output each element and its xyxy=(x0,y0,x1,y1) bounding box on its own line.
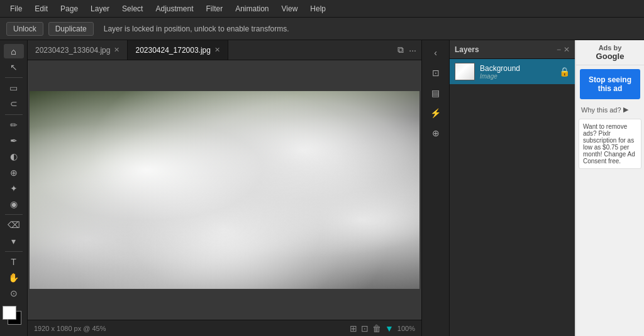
why-this-ad[interactable]: Why this ad? ▶ xyxy=(576,103,644,116)
tool-move[interactable]: ⌂ xyxy=(4,44,24,58)
tool-separator-2 xyxy=(5,114,23,115)
layers-icon[interactable]: ⊞ xyxy=(350,323,357,333)
rt-crop-icon[interactable]: ⊡ xyxy=(426,64,446,82)
menu-file[interactable]: File xyxy=(5,3,27,14)
stop-seeing-button[interactable]: Stop seeing this ad xyxy=(580,69,640,99)
delete-icon[interactable]: 🗑 xyxy=(372,323,381,333)
tool-zoom[interactable]: ⊙ xyxy=(4,286,24,301)
tab-1-close[interactable]: ✕ xyxy=(214,46,220,54)
left-toolbar: ⌂ ↖ ▭ ⊂ ✏ ✒ ◐ ⊕ ✦ ◉ ⌫ ▾ T ✋ ⊙ xyxy=(0,40,28,336)
tab-0[interactable]: 20230423_133604.jpg ✕ xyxy=(28,40,128,60)
statusbar-right: ⊞ ⊡ 🗑 ▼ 100% xyxy=(350,323,415,333)
canvas-content xyxy=(30,91,419,289)
lock-message: Layer is locked in position, unlock to e… xyxy=(104,24,289,33)
rt-back-icon[interactable]: ‹ xyxy=(426,44,446,62)
layer-info: Background Image xyxy=(480,64,554,80)
layers-title: Layers xyxy=(455,45,554,54)
main-area: ⌂ ↖ ▭ ⊂ ✏ ✒ ◐ ⊕ ✦ ◉ ⌫ ▾ T ✋ ⊙ 20230423_1… xyxy=(0,40,644,336)
rt-expand-icon[interactable]: ⊕ xyxy=(426,124,446,142)
tab-0-close[interactable]: ✕ xyxy=(114,46,119,54)
rt-lightning-icon[interactable]: ⚡ xyxy=(426,104,446,122)
foreground-color-swatch[interactable] xyxy=(3,306,16,320)
menu-help[interactable]: Help xyxy=(305,3,331,14)
menu-page[interactable]: Page xyxy=(55,3,83,14)
status-bar: 1920 x 1080 px @ 45% ⊞ ⊡ 🗑 ▼ 100% xyxy=(28,320,421,336)
tool-separator-1 xyxy=(5,77,23,78)
menu-animation[interactable]: Animation xyxy=(230,3,274,14)
tab-1-label: 20230424_172003.jpg xyxy=(135,46,210,55)
color-swatch[interactable] xyxy=(0,302,28,332)
rt-layers-icon[interactable]: ▤ xyxy=(426,84,446,102)
layer-name: Background xyxy=(480,64,554,73)
tool-paint-bucket[interactable]: ▾ xyxy=(4,234,24,248)
tool-pencil[interactable]: ✒ xyxy=(4,134,24,148)
menu-adjustment[interactable]: Adjustment xyxy=(150,3,198,14)
layer-type: Image xyxy=(480,73,554,80)
tool-stamp[interactable]: ⊕ xyxy=(4,165,24,180)
tool-dodge[interactable]: ✦ xyxy=(4,181,24,195)
menu-view[interactable]: View xyxy=(277,3,303,14)
tool-separator-3 xyxy=(5,214,23,215)
layer-item-background[interactable]: Background Image 🔒 xyxy=(450,59,575,84)
menu-edit[interactable]: Edit xyxy=(30,3,53,14)
duplicate-button[interactable]: Duplicate xyxy=(48,22,94,36)
layers-panel: Layers − ✕ Background Image 🔒 xyxy=(449,40,575,336)
tool-select[interactable]: ↖ xyxy=(4,60,24,74)
canvas-image xyxy=(30,91,419,289)
layer-thumbnail xyxy=(455,63,475,80)
right-toolbar: ‹ ⊡ ▤ ⚡ ⊕ xyxy=(421,40,449,336)
ads-by-label: Ads by xyxy=(581,44,639,51)
tabs-actions: ⧉ ··· xyxy=(392,45,421,55)
layer-lock-icon: 🔒 xyxy=(559,67,570,77)
tool-brush[interactable]: ✏ xyxy=(4,118,24,133)
canvas-info: 1920 x 1080 px @ 45% xyxy=(34,325,106,332)
tool-lasso[interactable]: ⊂ xyxy=(4,97,24,111)
tab-expand-icon[interactable]: ⧉ xyxy=(397,45,404,55)
tool-heal[interactable]: ◐ xyxy=(4,149,24,164)
center-area: 20230423_133604.jpg ✕ 20230424_172003.jp… xyxy=(28,40,421,336)
history-icon[interactable]: ⊡ xyxy=(361,323,369,333)
tab-more-icon[interactable]: ··· xyxy=(409,45,416,55)
tool-hand[interactable]: ✋ xyxy=(4,271,24,285)
menu-select[interactable]: Select xyxy=(117,3,148,14)
ad-tooltip: Want to remove ads? Pixlr subscription f… xyxy=(579,119,641,169)
export-icon[interactable]: ▼ xyxy=(385,323,394,333)
layers-header: Layers − ✕ xyxy=(450,40,575,59)
why-ad-arrow: ▶ xyxy=(623,106,628,114)
toolbar: Unlock Duplicate Layer is locked in posi… xyxy=(0,18,644,40)
menu-layer[interactable]: Layer xyxy=(86,3,114,14)
tab-0-label: 20230423_133604.jpg xyxy=(35,46,110,55)
tool-blur[interactable]: ◉ xyxy=(4,197,24,211)
tab-1[interactable]: 20230424_172003.jpg ✕ xyxy=(128,40,228,60)
ad-header: Ads by Google xyxy=(576,40,644,65)
right-panel: ‹ ⊡ ▤ ⚡ ⊕ Layers − ✕ Background Image 🔒 xyxy=(421,40,644,336)
menubar: File Edit Page Layer Select Adjustment F… xyxy=(0,0,644,18)
unlock-button[interactable]: Unlock xyxy=(6,22,43,36)
layers-minimize[interactable]: − xyxy=(557,45,561,54)
ad-panel: Ads by Google Stop seeing this ad Why th… xyxy=(575,40,644,336)
tool-separator-4 xyxy=(5,251,23,252)
why-ad-label: Why this ad? xyxy=(581,106,621,114)
zoom-level: 100% xyxy=(397,325,415,332)
google-label: Google xyxy=(581,51,639,61)
tool-eraser[interactable]: ⌫ xyxy=(4,218,24,232)
layers-close[interactable]: ✕ xyxy=(564,45,570,54)
tabs-bar: 20230423_133604.jpg ✕ 20230424_172003.jp… xyxy=(28,40,421,60)
layer-thumb-content xyxy=(455,63,474,80)
menu-filter[interactable]: Filter xyxy=(201,3,228,14)
tool-text[interactable]: T xyxy=(4,255,24,269)
canvas-area xyxy=(28,60,421,320)
tool-marquee[interactable]: ▭ xyxy=(4,81,24,95)
